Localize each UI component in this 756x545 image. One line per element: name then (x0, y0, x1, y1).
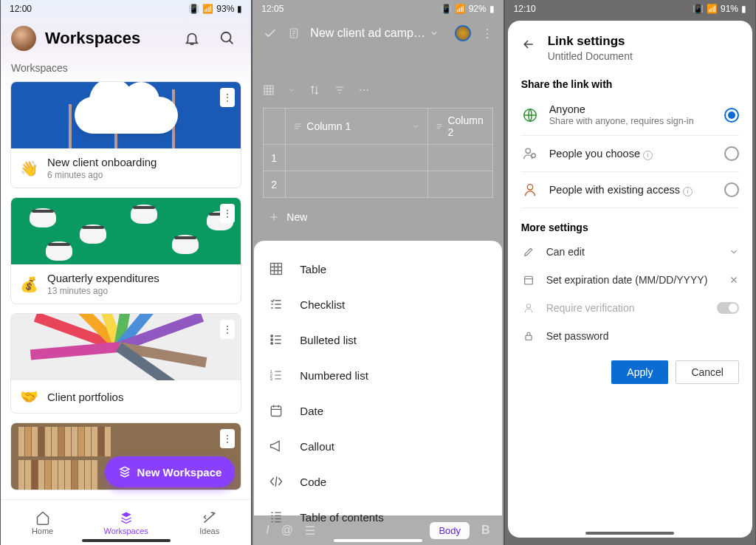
setting-label: Set password (546, 330, 609, 342)
card-time: 13 minutes ago (47, 286, 159, 296)
sheet-item-label: Numbered list (300, 369, 368, 382)
cancel-button[interactable]: Cancel (676, 360, 739, 384)
home-indicator (334, 539, 422, 542)
new-workspace-button[interactable]: New Workspace (105, 456, 236, 487)
share-option-existing[interactable]: People with existing accessi (521, 172, 739, 208)
sheet-item-code[interactable]: Code (254, 464, 501, 499)
nav-label: Ideas (199, 527, 219, 535)
sheet-item-numbered[interactable]: 123Numbered list (254, 357, 501, 393)
nav-workspaces[interactable]: Workspaces (84, 500, 168, 545)
more-icon[interactable]: ⋯ (359, 84, 369, 96)
new-row-label: New (286, 211, 307, 223)
sort-icon[interactable] (309, 84, 320, 96)
sheet-item-callout[interactable]: Callout (254, 428, 501, 464)
share-section-label: Share the link with (521, 78, 739, 90)
workspace-card[interactable]: ⋮ 👋 New client onboarding 6 minutes ago (10, 81, 241, 188)
bell-icon[interactable] (179, 25, 205, 52)
back-icon[interactable] (521, 37, 536, 52)
code-icon (269, 474, 284, 489)
workspaces-icon (119, 510, 134, 525)
toggle-switch (717, 302, 739, 314)
card-thumbnail: ⋮ (11, 314, 241, 380)
workspace-card[interactable]: ⋮ 🤝 Client portfolios (10, 313, 241, 414)
radio-button[interactable] (724, 182, 739, 197)
share-option-choose[interactable]: People you choosei (521, 136, 739, 172)
link-settings-screen: 12:10 📳 📶 91% ▮ Link settings Untitled D… (505, 0, 755, 545)
setting-label: Require verification (546, 302, 635, 314)
text-column-icon (436, 122, 443, 131)
status-right: 📳 📶 91% ▮ (693, 4, 746, 14)
option-title: People with existing access (549, 184, 680, 196)
status-time: 12:10 (514, 4, 536, 14)
doc-icon[interactable] (288, 27, 300, 40)
sheet-item-bulleted[interactable]: Bulleted list (254, 322, 501, 357)
new-row-button[interactable]: New (252, 204, 503, 230)
sheet-item-date[interactable]: Date (254, 393, 501, 428)
toc-icon (269, 510, 284, 524)
panel-actions: Apply Cancel (508, 350, 752, 394)
setting-expiration[interactable]: Set expiration date (MM/DD/YYYY) (521, 266, 739, 294)
option-subtitle: Share with anyone, requires sign-in (549, 116, 714, 126)
lock-icon (523, 330, 535, 342)
svg-point-13 (531, 154, 535, 158)
battery-icon: ▮ (237, 4, 242, 14)
plus-icon (269, 212, 279, 222)
search-icon[interactable] (214, 25, 241, 52)
close-icon[interactable] (729, 275, 739, 285)
sheet-item-table[interactable]: Table (254, 251, 501, 287)
radio-button[interactable] (724, 146, 739, 161)
more-icon[interactable]: ⋮ (481, 27, 493, 41)
table-icon (269, 261, 284, 276)
card-emoji: 💰 (20, 275, 38, 293)
status-bar: 12:00 📳 📶 93% ▮ (1, 0, 251, 18)
svg-rect-2 (264, 86, 273, 95)
chevron-down-icon[interactable] (729, 247, 739, 257)
battery-percent: 93% (216, 4, 234, 14)
status-time: 12:00 (10, 4, 32, 14)
filter-icon[interactable] (334, 84, 346, 96)
chevron-down-icon[interactable] (288, 86, 295, 94)
card-more-icon[interactable]: ⋮ (220, 429, 235, 448)
apply-button[interactable]: Apply (611, 360, 668, 384)
settings-panel: Link settings Untitled Document Share th… (508, 21, 752, 538)
sheet-item-toc[interactable]: Table of contents (254, 499, 501, 535)
card-more-icon[interactable]: ⋮ (220, 88, 235, 107)
coin-avatar[interactable] (455, 25, 471, 41)
card-more-icon[interactable]: ⋮ (220, 320, 235, 339)
svg-text:3: 3 (270, 377, 272, 381)
status-time: 12:05 (261, 4, 284, 14)
chevron-down-icon[interactable] (411, 122, 420, 131)
sheet-item-label: Checklist (300, 298, 345, 311)
globe-icon (522, 107, 538, 123)
card-emoji: 🤝 (20, 388, 38, 405)
info-icon[interactable]: i (683, 187, 693, 196)
data-table[interactable]: Column 1 Column 2 1 2 (263, 108, 492, 198)
page-title: Workspaces (45, 29, 170, 48)
setting-password[interactable]: Set password (521, 322, 739, 350)
sheet-item-checklist[interactable]: Checklist (254, 287, 501, 322)
nav-ideas[interactable]: Ideas (168, 500, 251, 545)
status-bar: 12:10 📳 📶 91% ▮ (505, 0, 755, 18)
svg-rect-3 (271, 264, 282, 275)
text-column-icon (293, 122, 302, 131)
avatar[interactable] (11, 26, 36, 51)
grid-icon[interactable] (263, 84, 275, 96)
share-option-anyone[interactable]: Anyone Share with anyone, requires sign-… (521, 95, 739, 136)
table-toolbar: ⋯ (252, 78, 503, 102)
status-bar: 12:05 📳 📶 92% ▮ (252, 0, 503, 18)
setting-can-edit[interactable]: Can edit (521, 238, 739, 266)
bottom-nav: Home Workspaces Ideas (1, 499, 251, 545)
doc-title[interactable]: New client ad camp… (310, 27, 444, 40)
battery-percent: 92% (469, 4, 487, 14)
setting-verification: Require verification (521, 294, 739, 322)
battery-icon: ▮ (489, 4, 495, 14)
info-icon[interactable]: i (643, 151, 653, 160)
check-icon[interactable] (263, 26, 278, 41)
signal-icon: 📶 (707, 4, 718, 14)
card-more-icon[interactable]: ⋮ (220, 204, 235, 223)
workspace-card[interactable]: ⋮ 💰 Quarterly expenditures 13 minutes ag… (10, 197, 241, 304)
signal-icon: 📶 (455, 4, 466, 14)
radio-button[interactable] (724, 108, 739, 123)
checklist-icon (269, 297, 284, 312)
nav-home[interactable]: Home (1, 500, 84, 545)
